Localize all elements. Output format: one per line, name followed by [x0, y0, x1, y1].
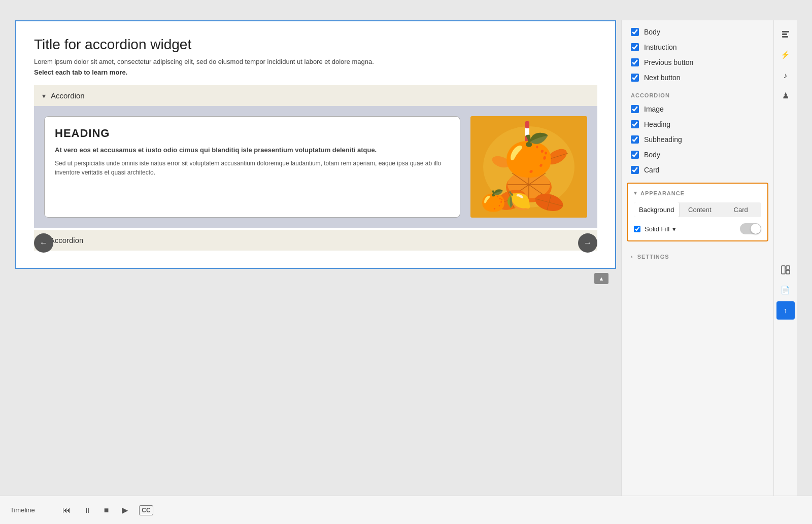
svg-rect-24	[782, 36, 788, 38]
appearance-label: APPEARANCE	[640, 190, 685, 196]
checkbox-image-input[interactable]	[631, 105, 639, 113]
checkbox-body-label: Body	[644, 28, 660, 36]
checkbox-next-input[interactable]	[631, 74, 639, 82]
appearance-tabs: Background Content Card	[634, 202, 761, 217]
toggle-thumb	[751, 224, 761, 234]
checkbox-instruction-label: Instruction	[644, 43, 677, 51]
checkbox-next-label: Next button	[644, 74, 681, 82]
settings-label: SETTINGS	[637, 254, 669, 260]
tab-content[interactable]: Content	[679, 202, 720, 217]
nav-buttons: ← →	[34, 223, 597, 258]
chevron-down-icon-2: ▾	[634, 190, 637, 196]
checkbox-heading-label: Heading	[644, 120, 670, 128]
step-forward-button[interactable]: ▶	[120, 503, 130, 517]
icon-bar: ⚡ ♪ ♟ 📄 ↑	[773, 20, 797, 496]
card-body: Sed ut perspiciatis unde omnis iste natu…	[55, 159, 450, 177]
canvas-area: Title for accordion widget Lorem ipsum d…	[15, 20, 621, 496]
checkbox-prev-label: Previous button	[644, 58, 693, 66]
checkbox-subheading-input[interactable]	[631, 135, 639, 144]
timeline-bar: Timeline ⏮ ⏸ ■ ▶ CC	[0, 496, 812, 524]
accordion-header-1[interactable]: ▾ Accordion	[34, 85, 597, 106]
checkbox-instruction-input[interactable]	[631, 43, 639, 51]
checkbox-card[interactable]: Card	[622, 162, 773, 178]
right-panel: Body Instruction Previous button Next bu…	[621, 20, 773, 496]
person-icon-button[interactable]: ♟	[776, 86, 795, 104]
svg-rect-6	[525, 164, 529, 171]
canvas-scroll-button[interactable]: ▲	[594, 273, 608, 284]
cursor-icon-button[interactable]	[776, 25, 795, 44]
accordion-label-1: Accordion	[51, 91, 85, 100]
svg-line-15	[508, 191, 514, 208]
checkbox-body-input[interactable]	[631, 28, 639, 36]
chevron-right-icon-2: ›	[631, 254, 633, 260]
checkbox-subheading-label: Subheading	[644, 135, 682, 144]
checkbox-prev-button[interactable]: Previous button	[622, 55, 773, 70]
svg-rect-3	[525, 121, 529, 128]
checkbox-card-label: Card	[644, 166, 659, 174]
tab-card[interactable]: Card	[720, 202, 761, 217]
svg-rect-26	[786, 266, 790, 269]
solid-fill-toggle[interactable]	[740, 223, 761, 234]
appearance-header[interactable]: ▾ APPEARANCE	[634, 190, 761, 196]
share-button[interactable]: ↑	[776, 301, 795, 320]
music-icon-button[interactable]: ♪	[776, 66, 795, 84]
checkbox-body2-input[interactable]	[631, 151, 639, 159]
svg-rect-27	[786, 270, 790, 274]
slide-title: Title for accordion widget	[34, 37, 597, 53]
checkbox-heading-input[interactable]	[631, 120, 639, 128]
checkbox-subheading[interactable]: Subheading	[622, 132, 773, 147]
svg-rect-23	[782, 33, 787, 35]
solid-fill-label: Solid Fill ▾	[645, 225, 676, 233]
cc-button[interactable]: CC	[139, 505, 153, 515]
timeline-controls: ⏮ ⏸ ■ ▶ CC	[60, 503, 153, 517]
svg-rect-22	[782, 31, 789, 32]
appearance-section: ▾ APPEARANCE Background Content Card Sol…	[627, 183, 768, 241]
timeline-label: Timeline	[10, 506, 35, 514]
accordion-card: HEADING At vero eos et accusamus et iust…	[44, 116, 460, 218]
prev-nav-button[interactable]: ←	[34, 233, 53, 253]
checkbox-prev-input[interactable]	[631, 58, 639, 66]
tab-background[interactable]: Background	[634, 202, 679, 217]
checkbox-card-input[interactable]	[631, 166, 639, 174]
lightning-icon-button[interactable]: ⚡	[776, 46, 795, 64]
card-heading: HEADING	[55, 127, 450, 140]
slide-instruction: Select each tab to learn more.	[34, 68, 597, 76]
card-subheading: At vero eos et accusamus et iusto odio c…	[55, 146, 450, 154]
svg-rect-2	[525, 121, 529, 182]
accordion-image	[470, 116, 587, 218]
accordion-section-label: ACCORDION	[622, 85, 773, 101]
checkbox-instruction[interactable]: Instruction	[622, 40, 773, 55]
settings-row[interactable]: › SETTINGS	[622, 247, 773, 267]
doc-icon-button[interactable]: 📄	[776, 281, 795, 299]
solid-fill-checkbox[interactable]	[634, 226, 640, 232]
checkbox-heading[interactable]: Heading	[622, 117, 773, 132]
play-pause-button[interactable]: ⏸	[82, 504, 93, 516]
checkbox-image-label: Image	[644, 105, 664, 113]
accordion-body-1: HEADING At vero eos et accusamus et iust…	[34, 106, 597, 228]
step-back-button[interactable]: ⏮	[60, 504, 73, 517]
svg-rect-25	[782, 266, 785, 274]
stop-button[interactable]: ■	[102, 504, 111, 517]
svg-point-13	[494, 186, 529, 214]
layout-icon-button[interactable]	[776, 261, 795, 279]
checkbox-body[interactable]: Body	[622, 24, 773, 40]
slide-frame: Title for accordion widget Lorem ipsum d…	[15, 20, 616, 269]
svg-rect-4	[525, 135, 529, 143]
svg-rect-5	[525, 150, 529, 157]
chevron-down-icon: ▾	[42, 92, 46, 100]
checkbox-image[interactable]: Image	[622, 101, 773, 117]
slide-subtitle: Lorem ipsum dolor sit amet, consectetur …	[34, 58, 597, 65]
checkbox-body2[interactable]: Body	[622, 147, 773, 162]
solid-fill-row: Solid Fill ▾	[634, 223, 761, 234]
next-nav-button[interactable]: →	[578, 233, 597, 253]
checkbox-body2-label: Body	[644, 151, 660, 159]
accordion-item-1: ▾ Accordion HEADING At vero eos et accus…	[34, 85, 597, 228]
checkbox-next-button[interactable]: Next button	[622, 70, 773, 85]
chevron-down-icon-3: ▾	[672, 225, 676, 233]
svg-line-14	[498, 194, 523, 206]
svg-point-1	[483, 126, 574, 207]
